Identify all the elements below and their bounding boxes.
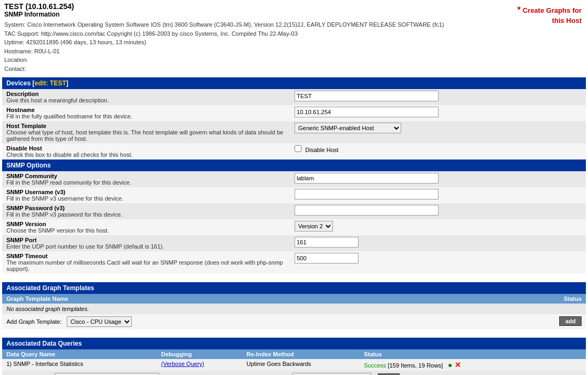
snmp-port-desc: Enter the UDP port number to use for SNM… [6,243,286,250]
verbose-query-link[interactable]: (Verbose Query) [161,361,204,367]
snmp-community-row: SNMP Community Fill in the SNMP read com… [2,171,586,187]
no-graph-templates-text: No associated graph templates. [2,304,586,314]
snmp-version-desc: Choose the SNMP version for this host. [6,227,286,234]
add-graph-template-button[interactable]: add [559,316,582,326]
reindex-method-select[interactable]: Uptime Goes Backwards [292,373,371,375]
dq-row-reindex: Uptime Goes Backwards [242,359,360,371]
host-template-select[interactable]: Generic SNMP-enabled Host [295,123,401,133]
create-graphs-link[interactable]: * Create Graphs forthis Host [518,4,582,26]
disable-host-row: Disable Host Check this box to disable a… [2,143,586,159]
hostname-desc: Fill in the fully qualified hostname for… [6,113,286,119]
disable-host-checkbox[interactable] [295,145,301,152]
add-graph-template-label: Add Graph Template: [6,318,62,325]
description-row: Description Give this host a meaningful … [2,89,586,105]
dq-row-debugging: (Verbose Query) [157,359,242,371]
graph-template-select[interactable]: Cisco - CPU Usage [67,316,132,327]
graph-template-name-col: Graph Template Name [2,294,477,304]
snmp-timeout-input[interactable] [295,253,359,264]
snmp-password-input[interactable] [295,205,439,216]
graph-templates-header: Associated Graph Templates [2,282,586,294]
dq-name-col: Data Query Name [2,349,157,359]
snmp-timeout-row: SNMP Timeout The maximum number of milli… [2,251,586,274]
edit-devices-link[interactable]: edit: TEST [35,79,66,87]
snmp-version-row: SNMP Version Choose the SNMP version for… [2,219,586,235]
snmp-community-desc: Fill in the SNMP read community for this… [6,179,286,186]
data-query-row: 1) SNMP - Interface Statistics (Verbose … [2,359,586,371]
dq-reindex-col: Re-Index Method [242,349,360,359]
dq-debugging-col: Debugging [157,349,242,359]
data-queries-col-headers: Data Query Name Debugging Re-Index Metho… [2,349,586,359]
host-template-row: Host Template Choose what type of host, … [2,121,586,143]
disable-host-label: Disable Host [6,145,286,151]
disable-host-desc: Check this box to disable all checks for… [6,151,286,158]
snmp-password-desc: Fill in the SNMP v3 password for this de… [6,211,286,218]
graph-template-status-col: Status [477,294,586,304]
snmp-password-label: SNMP Password (v3) [6,205,286,211]
snmp-username-input[interactable] [295,189,439,200]
devices-form-table: Description Give this host a meaningful … [2,89,586,159]
dq-status-col: Status [360,349,586,359]
dq-status-icons: ● ✕ [448,361,460,369]
data-queries-header: Associated Data Queries [2,338,586,349]
host-template-desc: Choose what type of host, host template … [6,129,286,142]
no-graph-templates-row: No associated graph templates. [2,304,586,314]
host-template-label: Host Template [6,123,286,129]
disable-host-checkbox-label: Disable Host [305,147,338,153]
data-queries-table: Data Query Name Debugging Re-Index Metho… [2,349,586,375]
status-error-icon: ✕ [455,361,461,369]
snmp-timeout-desc: The maximum number of milliseconds Cacti… [6,259,286,272]
graph-templates-col-headers: Graph Template Name Status [2,294,586,304]
description-input[interactable] [295,91,439,101]
description-desc: Give this host a meaningful description. [6,97,286,103]
snmp-port-input[interactable] [295,237,359,248]
dq-row-name: 1) SNMP - Interface Statistics [2,359,157,371]
snmp-timeout-label: SNMP Timeout [6,253,286,259]
snmp-version-label: SNMP Version [6,221,286,227]
graph-templates-table: Graph Template Name Status No associated… [2,294,586,329]
create-graphs-anchor[interactable]: Create Graphs forthis Host [522,6,582,25]
hostname-row: Hostname Fill in the fully qualified hos… [2,105,586,121]
snmp-community-input[interactable] [295,173,439,183]
snmp-username-row: SNMP Username (v3) Fill in the SNMP v3 u… [2,187,586,203]
snmp-options-header: SNMP Options [2,159,586,171]
add-data-query-row: Add Data Query: Karlnet - Wireless Bridg… [2,371,586,375]
snmp-port-label: SNMP Port [6,237,286,243]
dq-row-status: Success [159 Items, 19 Rows] ● ✕ [360,359,586,371]
page-subtitle: SNMP Information [0,11,588,19]
snmp-info: System: Cisco Internetwork Operating Sys… [0,19,588,74]
snmp-version-select[interactable]: Version 1 Version 2 Version 3 [295,221,333,232]
add-template-row: Add Graph Template: Cisco - CPU Usage ad… [2,314,586,329]
dq-success-text: Success [364,362,386,369]
hostname-label: Hostname [6,107,286,113]
page-title: TEST (10.10.61.254) [0,0,588,11]
status-ok-icon: ● [448,361,452,369]
snmp-community-label: SNMP Community [6,173,286,179]
snmp-password-row: SNMP Password (v3) Fill in the SNMP v3 p… [2,203,586,219]
devices-section-header: Devices [edit: TEST] [2,77,586,89]
snmp-username-label: SNMP Username (v3) [6,189,286,195]
add-data-query-select[interactable]: Karlnet - Wireless Bridge Statistics [55,373,159,375]
description-label: Description [6,91,286,97]
snmp-options-form-table: SNMP Community Fill in the SNMP read com… [2,171,586,274]
snmp-username-desc: Fill in the SNMP v3 username for this de… [6,195,286,202]
hostname-input[interactable] [295,107,439,117]
snmp-port-row: SNMP Port Enter the UDP port number to u… [2,235,586,251]
